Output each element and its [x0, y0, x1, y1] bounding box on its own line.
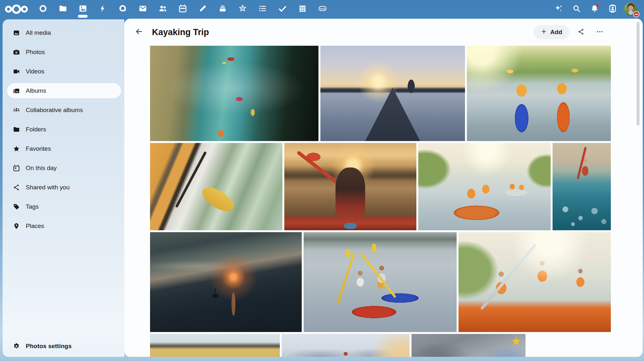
photo-frozen-lake-walk[interactable] — [282, 334, 410, 357]
more-options-icon — [596, 28, 603, 37]
all-media-icon — [13, 29, 20, 36]
notes-icon — [198, 4, 207, 14]
photo-grid — [124, 46, 643, 357]
photo-sunset-pov[interactable] — [320, 46, 465, 141]
user-menu[interactable] — [621, 0, 640, 18]
notification-dot — [596, 4, 599, 7]
sidebar-item-albums[interactable]: Albums — [7, 83, 121, 98]
back-arrow-icon — [135, 28, 143, 37]
app-mail[interactable] — [133, 0, 153, 18]
photos-icon — [79, 4, 87, 14]
files-icon — [59, 4, 67, 14]
collectives-icon: C — [238, 4, 247, 14]
app-collectives[interactable]: C — [232, 0, 252, 18]
sidebar-item-all-media[interactable]: All media — [7, 25, 121, 40]
photo-two-kayaks-back[interactable] — [467, 46, 611, 141]
contacts-icon — [158, 4, 167, 14]
photo-orange-vest-closeup[interactable] — [150, 143, 282, 230]
photo-group-orange-kayak[interactable] — [459, 232, 611, 332]
header-actions: Add — [534, 25, 630, 39]
sidebar-item-folders[interactable]: Folders — [7, 122, 121, 137]
assistant-button[interactable] — [549, 0, 567, 18]
add-button[interactable]: Add — [534, 25, 569, 39]
contacts-menu-icon — [608, 4, 617, 14]
status-dnd-badge — [633, 11, 639, 17]
app-talk[interactable] — [113, 0, 133, 18]
app-photos-active[interactable] — [73, 0, 93, 18]
photo-row — [150, 143, 611, 230]
photo-teal-splash[interactable] — [553, 143, 611, 230]
photos-settings-label: Photos settings — [26, 343, 72, 350]
photo-cloudy-sky[interactable] — [412, 334, 526, 357]
photo-aerial-river[interactable] — [150, 46, 318, 141]
sidebar-item-label: On this day — [26, 165, 57, 172]
share-icon — [577, 28, 585, 37]
sidebar-item-label: Videos — [26, 68, 44, 75]
search-button[interactable] — [567, 0, 585, 18]
top-bar: C OCS — [0, 0, 644, 18]
app-calendar[interactable] — [173, 0, 193, 18]
photos-settings-button[interactable]: Photos settings — [7, 339, 121, 354]
sidebar-item-shared-with-you[interactable]: Shared with you — [7, 180, 121, 195]
back-button[interactable] — [132, 25, 146, 39]
camera-icon — [13, 49, 20, 56]
photo-red-blue-kayaks[interactable] — [304, 232, 457, 332]
contacts-menu-button[interactable] — [603, 0, 621, 18]
app-files[interactable] — [53, 0, 73, 18]
photo-tandem-orange-kayak[interactable] — [418, 143, 551, 230]
calendar-icon — [178, 4, 187, 14]
sidebar-item-label: Albums — [26, 87, 46, 94]
app-contacts[interactable] — [153, 0, 173, 18]
sidebar-item-collaborative-albums[interactable]: Collaborative albums — [7, 102, 121, 118]
app-tables[interactable] — [292, 0, 312, 18]
tasks-list-icon — [258, 4, 267, 14]
photo-dark-sunset[interactable] — [150, 232, 302, 332]
sidebar-item-label: Shared with you — [26, 184, 70, 191]
sidebar: All media Photos Videos Albums Collabora… — [3, 19, 124, 357]
notifications-button[interactable] — [585, 0, 603, 18]
sidebar-item-videos[interactable]: Videos — [7, 64, 121, 79]
photo-row — [150, 334, 611, 357]
active-app-indicator — [78, 15, 88, 18]
photo-red-kayak-sunset[interactable] — [284, 143, 416, 230]
tag-icon — [13, 203, 20, 210]
app-checks[interactable] — [272, 0, 292, 18]
calendar-day-icon — [13, 165, 20, 172]
photo-golden-field[interactable] — [150, 334, 280, 357]
sidebar-item-on-this-day[interactable]: On this day — [7, 160, 121, 176]
sidebar-item-label: Folders — [26, 126, 46, 133]
folder-icon — [13, 126, 20, 133]
sidebar-item-favorites[interactable]: Favorites — [7, 141, 121, 156]
gear-icon — [13, 343, 20, 350]
favorite-star-icon — [511, 337, 521, 346]
more-options-button[interactable] — [592, 25, 607, 39]
app-dashboard[interactable] — [33, 0, 53, 18]
map-pin-icon — [13, 223, 20, 230]
main-content: Kayaking Trip Add — [124, 19, 643, 357]
check-icon — [278, 4, 287, 14]
album-header: Kayaking Trip Add — [124, 19, 643, 46]
video-camera-icon — [13, 68, 20, 75]
scrollbar[interactable] — [637, 22, 639, 126]
page-title: Kayaking Trip — [152, 27, 209, 37]
sidebar-spacer — [7, 238, 121, 339]
app-notes[interactable] — [193, 0, 213, 18]
share-button[interactable] — [574, 25, 588, 39]
topbar-right-cluster — [549, 0, 644, 18]
activity-icon — [99, 4, 107, 14]
talk-icon — [118, 4, 127, 14]
sidebar-item-label: Places — [26, 223, 44, 230]
sidebar-item-places[interactable]: Places — [7, 218, 121, 233]
app-activity[interactable] — [93, 0, 113, 18]
photo-row — [150, 232, 611, 332]
svg-text:C: C — [242, 7, 244, 10]
app-tasks[interactable] — [252, 0, 272, 18]
app-ocs[interactable]: OCS — [312, 0, 332, 18]
dashboard-icon — [39, 4, 47, 14]
people-group-icon — [13, 107, 20, 114]
search-icon — [572, 4, 581, 14]
nextcloud-logo[interactable] — [5, 4, 28, 15]
sidebar-item-tags[interactable]: Tags — [7, 199, 121, 214]
app-deck[interactable] — [213, 0, 232, 18]
sidebar-item-photos[interactable]: Photos — [7, 44, 121, 60]
